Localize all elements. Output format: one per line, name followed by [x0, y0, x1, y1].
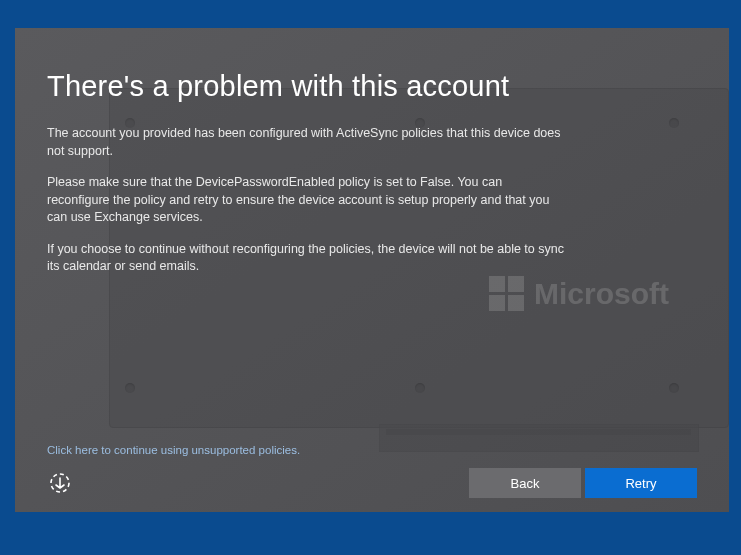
- ease-of-access-icon[interactable]: [47, 470, 73, 496]
- dialog-paragraph-1: The account you provided has been config…: [47, 125, 567, 160]
- dialog-paragraph-2: Please make sure that the DevicePassword…: [47, 174, 567, 227]
- dialog-footer: Back Retry: [15, 468, 729, 498]
- dialog-paragraph-3: If you choose to continue without reconf…: [47, 241, 567, 276]
- microsoft-wordmark: Microsoft: [534, 277, 669, 311]
- microsoft-logo: Microsoft: [489, 276, 669, 311]
- microsoft-squares-icon: [489, 276, 524, 311]
- setup-dialog: Microsoft There's a problem with this ac…: [15, 28, 729, 512]
- back-button[interactable]: Back: [469, 468, 581, 498]
- retry-button[interactable]: Retry: [585, 468, 697, 498]
- continue-unsupported-link[interactable]: Click here to continue using unsupported…: [47, 444, 300, 456]
- dialog-title: There's a problem with this account: [47, 70, 697, 103]
